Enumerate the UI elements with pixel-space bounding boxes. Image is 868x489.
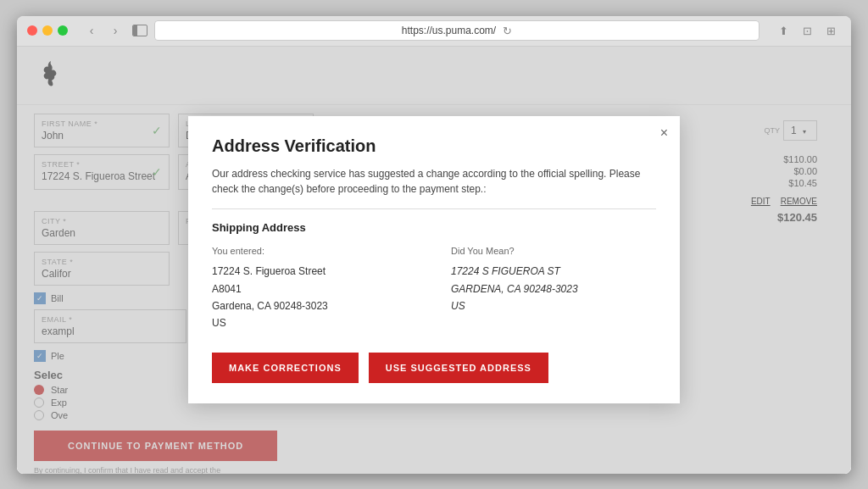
browser-titlebar: ‹ › https://us.puma.com/ ↻ ⬆ ⊡ ⊞: [17, 16, 851, 47]
you-entered-col: You entered: 17224 S. Figueroa Street A8…: [212, 246, 417, 332]
did-you-mean-line3: US: [451, 297, 656, 314]
maximize-traffic-light[interactable]: [58, 25, 68, 36]
did-you-mean-col: Did You Mean? 17224 S FIGUEROA ST GARDEN…: [451, 246, 656, 332]
you-entered-line2: A8041: [212, 281, 417, 297]
browser-actions: ⬆ ⊡ ⊞: [773, 20, 841, 41]
address-bar[interactable]: https://us.puma.com/ ↻: [154, 20, 760, 41]
address-columns: You entered: 17224 S. Figueroa Street A8…: [212, 246, 656, 332]
new-tab-button[interactable]: ⊞: [821, 20, 841, 41]
you-entered-line4: US: [212, 314, 417, 331]
share-button[interactable]: ⬆: [773, 20, 793, 41]
modal-close-button[interactable]: ×: [660, 126, 668, 140]
browser-nav: ‹ ›: [81, 20, 125, 41]
you-entered-line3: Gardena, CA 90248-3023: [212, 297, 417, 314]
modal-buttons: MAKE CORRECTIONS USE SUGGESTED ADDRESS: [212, 353, 656, 383]
did-you-mean-line1: 17224 S FIGUEROA ST: [451, 263, 656, 280]
sidebar-icon: [132, 25, 147, 36]
make-corrections-button[interactable]: MAKE CORRECTIONS: [212, 353, 359, 383]
browser-window: ‹ › https://us.puma.com/ ↻ ⬆ ⊡ ⊞: [17, 16, 851, 474]
reload-icon[interactable]: ↻: [503, 25, 512, 37]
modal-title: Address Verification: [212, 136, 656, 156]
url-text: https://us.puma.com/: [402, 25, 496, 36]
back-button[interactable]: ‹: [81, 20, 102, 41]
did-you-mean-label: Did You Mean?: [451, 246, 656, 256]
browser-content: FIRST NAME * John ✓ LAST NAME * Doe ✓ QT…: [17, 47, 851, 474]
traffic-lights: [27, 25, 68, 36]
you-entered-line1: 17224 S. Figueroa Street: [212, 263, 417, 280]
minimize-traffic-light[interactable]: [42, 25, 53, 36]
use-suggested-address-button[interactable]: USE SUGGESTED ADDRESS: [369, 353, 548, 383]
modal-overlay: × Address Verification Our address check…: [17, 47, 851, 474]
close-traffic-light[interactable]: [27, 25, 37, 36]
forward-button[interactable]: ›: [105, 20, 125, 41]
modal-section-title: Shipping Address: [212, 221, 656, 234]
address-verification-modal: × Address Verification Our address check…: [188, 116, 680, 403]
bookmark-button[interactable]: ⊡: [797, 20, 817, 41]
you-entered-label: You entered:: [212, 246, 417, 256]
modal-description: Our address checking service has suggest…: [212, 166, 656, 209]
did-you-mean-line2: GARDENA, CA 90248-3023: [451, 281, 656, 297]
